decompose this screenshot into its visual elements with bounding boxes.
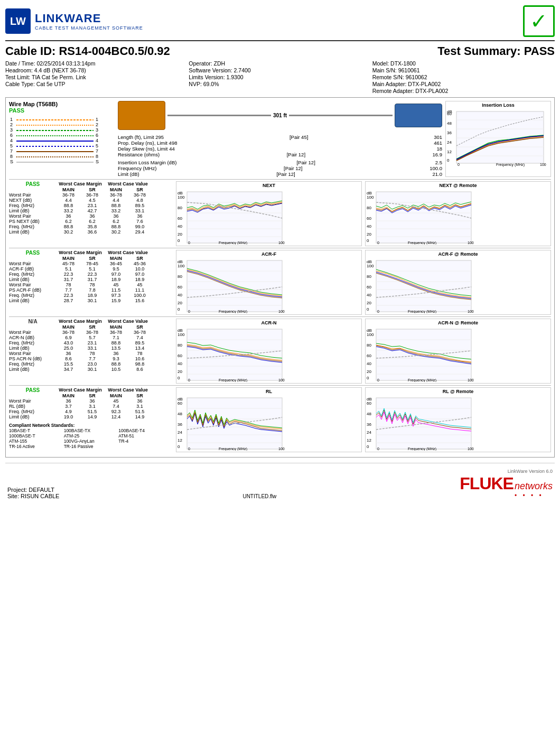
table-row: Freq. (MHz) 88.8 23.1 88.8 89.5 — [9, 203, 173, 208]
svg-text:0: 0 — [377, 378, 379, 382]
test-summary: Test Summary: PASS — [437, 44, 555, 58]
acrf-main-v: MAIN — [104, 256, 128, 261]
next-grid: PASS Worst Case Margin Worst Case Value … — [9, 181, 551, 246]
rl-chart-svg: dB 60 48 36 24 12 0 — [176, 395, 285, 451]
svg-text:0: 0 — [188, 241, 190, 245]
il-chart-svg: 60 48 36 24 12 0 dB — [446, 109, 549, 167]
sr-v: 36-78 — [128, 192, 152, 198]
svg-text:60: 60 — [367, 353, 371, 358]
row-label: Limit (dB) — [9, 414, 57, 419]
std-col-3: 100BASE-T4ATM-51TR-4 — [118, 428, 173, 449]
rl-table: PASS Worst Case Margin Worst Case Value … — [9, 387, 173, 452]
wcm-header: Worst Case Margin — [57, 181, 104, 187]
svg-text:60: 60 — [367, 216, 371, 221]
footer-filename-area: UNTITLED.flw — [242, 493, 276, 499]
main-v: 97.3 — [104, 293, 128, 298]
rl-main-m: MAIN — [57, 393, 80, 398]
main-v: 30.2 — [104, 229, 128, 235]
main-m: 88.8 — [57, 203, 80, 208]
sr-v: 11.1 — [128, 287, 152, 293]
svg-text:4: 4 — [10, 138, 13, 143]
footer-left: Project: DEFAULT Site: RISUN CABLE — [7, 487, 59, 499]
main-v: 36 — [104, 351, 128, 356]
main-v: 11.5 — [104, 287, 128, 293]
row-label: PS NEXT (dB) — [9, 219, 57, 224]
rl-remote-title: RL @ Remote — [366, 388, 550, 395]
row-label: PS ACR-F (dB) — [9, 287, 57, 293]
res-val: 16.9 — [433, 152, 443, 157]
row-label: Freq. (MHz) — [9, 203, 57, 208]
rl-status-cell: PASS — [9, 387, 57, 393]
row-label: RL (dB) — [9, 404, 57, 409]
acrn-main-m: MAIN — [57, 324, 80, 330]
svg-text:48: 48 — [447, 121, 452, 126]
table-row: Freq. (MHz) 4.9 51.5 92.3 51.5 — [9, 409, 173, 414]
il-label: Insertion Loss Margin (dB) — [118, 160, 176, 165]
meas-length: Length (ft), Limit 295 [Pair 45] 301 — [118, 134, 442, 140]
sr-v: 18.9 — [128, 277, 152, 282]
row-label: Freq. (MHz) — [9, 361, 57, 367]
svg-text:12: 12 — [447, 150, 452, 154]
main-m: 34.7 — [57, 367, 80, 372]
svg-text:5: 5 — [96, 143, 98, 148]
main-m: 4.4 — [57, 198, 80, 203]
next-rows: Worst Pair 36-78 36-78 36-78 36-78NEXT (… — [9, 192, 173, 235]
svg-text:Frequency (MHz): Frequency (MHz) — [219, 378, 247, 382]
table-row: Worst Pair 45-78 78-45 36-45 45-36 — [9, 261, 173, 266]
next-chart: NEXT dB 100 80 60 40 20 0 — [176, 181, 362, 246]
main-m: 6.9 — [57, 335, 80, 340]
standards-title: Compliant Network Standards: — [9, 423, 173, 428]
svg-text:48: 48 — [178, 412, 182, 416]
meas-prop: Prop. Delay (ns), Limit 498 461 — [118, 140, 442, 146]
svg-text:100: 100 — [468, 378, 474, 382]
next-status: PASS — [26, 181, 40, 187]
il-val: 2.5 — [435, 160, 442, 165]
svg-text:20: 20 — [367, 369, 371, 374]
center-section: 301 ft Length (ft), Limit 295 [Pair 45] … — [118, 101, 442, 177]
next-label-col — [9, 187, 57, 192]
table-row: Worst Pair 36 36 45 36 — [9, 398, 173, 404]
row-label: Worst Pair — [9, 192, 57, 198]
cable-connector — [167, 115, 271, 116]
sr-v: 45-36 — [128, 261, 152, 266]
acrn-chart-title: ACR-N — [176, 319, 361, 326]
wire-map-svg: 1 1 2 2 3 3 6 6 4 — [9, 116, 104, 163]
res-label: Resistance (ohms) — [118, 152, 160, 157]
sr-v: 15.6 — [128, 298, 152, 303]
next-sr-v: SR — [128, 187, 152, 192]
acrn-remote-title: ACR-N @ Remote — [366, 319, 550, 326]
svg-text:40: 40 — [178, 224, 182, 229]
sr-v: 7.6 — [128, 219, 152, 224]
svg-text:100: 100 — [278, 310, 285, 313]
svg-text:100: 100 — [278, 447, 285, 451]
sr-m: 22.3 — [80, 272, 104, 277]
site: Site: RISUN CABLE — [7, 493, 59, 499]
svg-text:4: 4 — [96, 138, 98, 143]
svg-text:36: 36 — [367, 422, 371, 427]
limit-val: 21.0 — [432, 171, 442, 177]
standards-grid: 10BASE-T1000BASE-TATM-155TR-16 Active 10… — [9, 428, 173, 449]
main-m: 45-78 — [57, 261, 80, 266]
sr-m: 36.6 — [80, 229, 104, 235]
main-v: 18.9 — [104, 277, 128, 282]
acrf-lc — [9, 256, 57, 261]
std-col-2: 100BASE-TXATM-25100VG-AnyLanTR-16 Passiv… — [64, 428, 118, 449]
cable-type: Cable Type: Cat 5e UTP — [5, 81, 188, 87]
main-v: 36-78 — [104, 192, 128, 198]
main-v: 92.3 — [104, 409, 128, 414]
row-label: Limit (dB) — [9, 277, 57, 282]
table-row: NEXT (dB) 4.4 4.5 4.4 4.8 — [9, 198, 173, 203]
limit-label: Limit (dB) — [118, 171, 139, 177]
logo-box: LW — [5, 8, 31, 34]
sr-v: 36 — [128, 398, 152, 404]
main-m: 19.0 — [57, 414, 80, 419]
svg-text:100: 100 — [178, 332, 185, 337]
rl-section: PASS Worst Case Margin Worst Case Value … — [9, 385, 551, 452]
sr-m: 14.9 — [80, 414, 104, 419]
next-table-headers: PASS Worst Case Margin Worst Case Value — [9, 181, 173, 187]
svg-text:12: 12 — [178, 438, 182, 443]
svg-text:8: 8 — [96, 154, 98, 159]
header: LW LINKWARE CABLE TEST MANAGEMENT SOFTWA… — [5, 5, 555, 41]
next-sr-m: SR — [80, 187, 104, 192]
svg-text:7: 7 — [10, 148, 13, 154]
